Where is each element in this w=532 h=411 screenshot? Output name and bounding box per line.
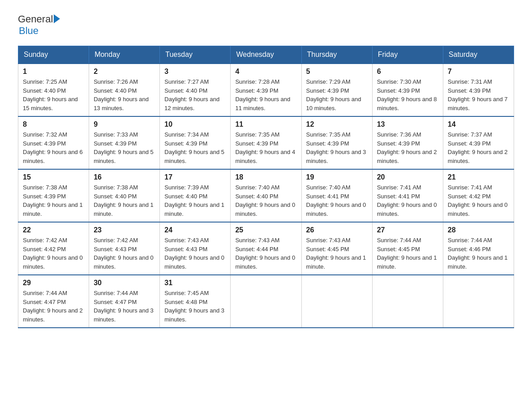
calendar-cell: 30 Sunrise: 7:44 AMSunset: 4:47 PMDaylig… [89,275,160,328]
calendar-cell: 5 Sunrise: 7:29 AMSunset: 4:39 PMDayligh… [301,64,372,116]
day-number: 13 [377,120,438,128]
calendar-cell: 25 Sunrise: 7:43 AMSunset: 4:44 PMDaylig… [231,222,301,275]
day-number: 12 [306,120,368,128]
day-info: Sunrise: 7:38 AMSunset: 4:40 PMDaylight:… [94,184,154,217]
day-number: 26 [306,226,368,234]
calendar-cell: 13 Sunrise: 7:36 AMSunset: 4:39 PMDaylig… [372,116,443,169]
calendar-week-2: 8 Sunrise: 7:32 AMSunset: 4:39 PMDayligh… [18,116,514,169]
day-info: Sunrise: 7:38 AMSunset: 4:39 PMDaylight:… [23,184,83,217]
calendar-header-row: SundayMondayTuesdayWednesdayThursdayFrid… [18,46,514,64]
day-info: Sunrise: 7:42 AMSunset: 4:43 PMDaylight:… [94,237,154,270]
day-number: 19 [306,173,368,181]
day-info: Sunrise: 7:29 AMSunset: 4:39 PMDaylight:… [306,78,361,111]
day-info: Sunrise: 7:44 AMSunset: 4:46 PMDaylight:… [448,237,508,270]
day-info: Sunrise: 7:25 AMSunset: 4:40 PMDaylight:… [23,78,78,111]
calendar-cell [372,275,443,328]
calendar-cell: 1 Sunrise: 7:25 AMSunset: 4:40 PMDayligh… [18,64,89,116]
day-number: 15 [23,173,84,181]
day-info: Sunrise: 7:43 AMSunset: 4:43 PMDaylight:… [164,237,224,270]
calendar-cell: 2 Sunrise: 7:26 AMSunset: 4:40 PMDayligh… [89,64,160,116]
logo: General Blue [18,13,60,37]
day-number: 1 [23,68,84,76]
day-info: Sunrise: 7:42 AMSunset: 4:42 PMDaylight:… [23,237,83,270]
calendar-cell: 8 Sunrise: 7:32 AMSunset: 4:39 PMDayligh… [18,116,89,169]
day-number: 5 [306,68,368,76]
day-info: Sunrise: 7:36 AMSunset: 4:39 PMDaylight:… [377,131,437,164]
calendar-cell: 19 Sunrise: 7:40 AMSunset: 4:41 PMDaylig… [301,169,372,222]
calendar-cell: 15 Sunrise: 7:38 AMSunset: 4:39 PMDaylig… [18,169,89,222]
day-info: Sunrise: 7:31 AMSunset: 4:39 PMDaylight:… [448,78,508,111]
logo-text-blue: Blue [19,25,60,37]
calendar-cell: 23 Sunrise: 7:42 AMSunset: 4:43 PMDaylig… [89,222,160,275]
day-info: Sunrise: 7:40 AMSunset: 4:41 PMDaylight:… [306,184,366,217]
day-number: 11 [235,120,296,128]
calendar-cell [443,275,514,328]
day-info: Sunrise: 7:39 AMSunset: 4:40 PMDaylight:… [164,184,224,217]
day-info: Sunrise: 7:40 AMSunset: 4:40 PMDaylight:… [235,184,295,217]
calendar-cell [301,275,372,328]
calendar-header-thursday: Thursday [301,46,372,64]
day-number: 9 [94,120,155,128]
calendar-header-tuesday: Tuesday [160,46,231,64]
day-info: Sunrise: 7:28 AMSunset: 4:39 PMDaylight:… [235,78,290,111]
day-info: Sunrise: 7:43 AMSunset: 4:44 PMDaylight:… [235,237,295,270]
calendar-cell [231,275,301,328]
day-info: Sunrise: 7:41 AMSunset: 4:42 PMDaylight:… [448,184,508,217]
calendar-header-saturday: Saturday [443,46,514,64]
day-number: 14 [448,120,509,128]
calendar-cell: 21 Sunrise: 7:41 AMSunset: 4:42 PMDaylig… [443,169,514,222]
day-info: Sunrise: 7:33 AMSunset: 4:39 PMDaylight:… [94,131,154,164]
day-info: Sunrise: 7:44 AMSunset: 4:47 PMDaylight:… [23,290,83,323]
calendar-week-4: 22 Sunrise: 7:42 AMSunset: 4:42 PMDaylig… [18,222,514,275]
day-info: Sunrise: 7:43 AMSunset: 4:45 PMDaylight:… [306,237,366,270]
calendar-cell: 4 Sunrise: 7:28 AMSunset: 4:39 PMDayligh… [231,64,301,116]
day-info: Sunrise: 7:30 AMSunset: 4:39 PMDaylight:… [377,78,437,111]
day-info: Sunrise: 7:41 AMSunset: 4:41 PMDaylight:… [377,184,437,217]
day-number: 7 [448,68,509,76]
calendar-cell: 6 Sunrise: 7:30 AMSunset: 4:39 PMDayligh… [372,64,443,116]
day-info: Sunrise: 7:34 AMSunset: 4:39 PMDaylight:… [164,131,224,164]
calendar-cell: 28 Sunrise: 7:44 AMSunset: 4:46 PMDaylig… [443,222,514,275]
day-number: 31 [164,279,226,287]
calendar-cell: 12 Sunrise: 7:35 AMSunset: 4:39 PMDaylig… [301,116,372,169]
calendar-cell: 16 Sunrise: 7:38 AMSunset: 4:40 PMDaylig… [89,169,160,222]
calendar-cell: 29 Sunrise: 7:44 AMSunset: 4:47 PMDaylig… [18,275,89,328]
calendar-cell: 10 Sunrise: 7:34 AMSunset: 4:39 PMDaylig… [160,116,231,169]
day-number: 3 [164,68,226,76]
calendar-cell: 3 Sunrise: 7:27 AMSunset: 4:40 PMDayligh… [160,64,231,116]
calendar-header-wednesday: Wednesday [231,46,301,64]
day-number: 24 [164,226,226,234]
day-info: Sunrise: 7:32 AMSunset: 4:39 PMDaylight:… [23,131,83,164]
day-info: Sunrise: 7:45 AMSunset: 4:48 PMDaylight:… [164,290,224,323]
day-info: Sunrise: 7:37 AMSunset: 4:39 PMDaylight:… [448,131,508,164]
day-number: 8 [23,120,84,128]
page-header: General Blue [18,13,514,37]
day-number: 27 [377,226,438,234]
day-number: 4 [235,68,296,76]
day-number: 25 [235,226,296,234]
calendar-week-5: 29 Sunrise: 7:44 AMSunset: 4:47 PMDaylig… [18,275,514,328]
day-info: Sunrise: 7:27 AMSunset: 4:40 PMDaylight:… [164,78,219,111]
day-number: 29 [23,279,84,287]
calendar-cell: 24 Sunrise: 7:43 AMSunset: 4:43 PMDaylig… [160,222,231,275]
day-number: 16 [94,173,155,181]
day-number: 23 [94,226,155,234]
day-number: 28 [448,226,509,234]
day-number: 10 [164,120,226,128]
day-number: 18 [235,173,296,181]
day-info: Sunrise: 7:44 AMSunset: 4:45 PMDaylight:… [377,237,437,270]
calendar-cell: 17 Sunrise: 7:39 AMSunset: 4:40 PMDaylig… [160,169,231,222]
day-info: Sunrise: 7:35 AMSunset: 4:39 PMDaylight:… [306,131,366,164]
day-info: Sunrise: 7:26 AMSunset: 4:40 PMDaylight:… [94,78,149,111]
calendar-cell: 27 Sunrise: 7:44 AMSunset: 4:45 PMDaylig… [372,222,443,275]
calendar-week-3: 15 Sunrise: 7:38 AMSunset: 4:39 PMDaylig… [18,169,514,222]
day-info: Sunrise: 7:35 AMSunset: 4:39 PMDaylight:… [235,131,295,164]
day-number: 30 [94,279,155,287]
calendar-header-monday: Monday [89,46,160,64]
calendar-week-1: 1 Sunrise: 7:25 AMSunset: 4:40 PMDayligh… [18,64,514,116]
calendar-cell: 22 Sunrise: 7:42 AMSunset: 4:42 PMDaylig… [18,222,89,275]
day-number: 20 [377,173,438,181]
calendar-cell: 7 Sunrise: 7:31 AMSunset: 4:39 PMDayligh… [443,64,514,116]
calendar-cell: 9 Sunrise: 7:33 AMSunset: 4:39 PMDayligh… [89,116,160,169]
calendar-cell: 18 Sunrise: 7:40 AMSunset: 4:40 PMDaylig… [231,169,301,222]
